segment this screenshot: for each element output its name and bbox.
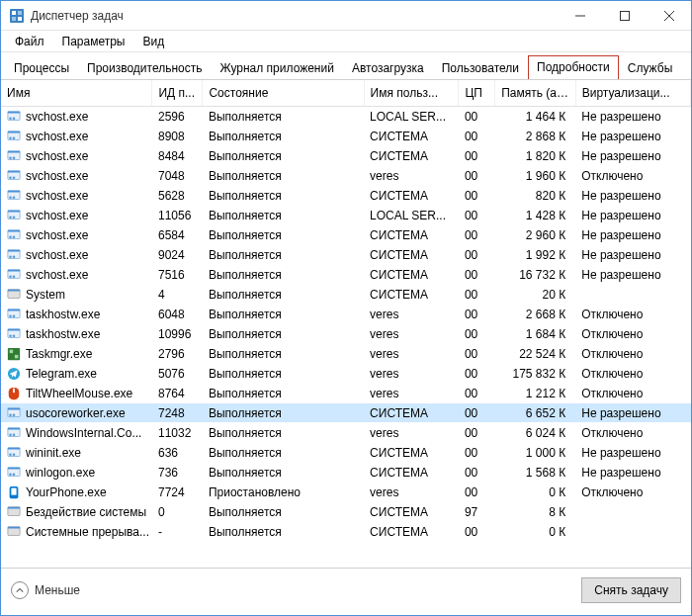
- cell-mem: 2 668 К: [495, 305, 576, 324]
- table-row[interactable]: svchost.exe8484ВыполняетсяСИСТЕМА001 820…: [1, 146, 691, 166]
- column-headers: Имя ИД п... Состояние Имя польз... ЦП Па…: [1, 80, 691, 107]
- cell-state: Выполняется: [203, 324, 364, 344]
- cell-mem: 1 820 К: [495, 146, 576, 166]
- table-row[interactable]: wininit.exe636ВыполняетсяСИСТЕМА001 000 …: [1, 443, 691, 463]
- cell-pid: 5628: [152, 186, 203, 206]
- process-icon: [7, 347, 21, 361]
- table-row[interactable]: Telegram.exe5076Выполняетсяveres00175 83…: [1, 364, 691, 384]
- svg-rect-6: [620, 12, 629, 21]
- table-row[interactable]: WindowsInternal.Co...11032Выполняетсяver…: [1, 423, 691, 443]
- col-mem[interactable]: Память (ак...: [495, 80, 576, 107]
- svg-point-20: [13, 156, 16, 159]
- process-name: wininit.exe: [26, 446, 81, 460]
- cell-state: Выполняется: [203, 463, 364, 483]
- svg-rect-57: [15, 354, 19, 358]
- maximize-button[interactable]: [602, 1, 647, 31]
- svg-point-44: [13, 275, 16, 278]
- cell-cpu: 00: [459, 364, 495, 384]
- tab-performance[interactable]: Производительность: [78, 56, 211, 80]
- process-icon: [7, 327, 21, 341]
- table-row[interactable]: YourPhone.exe7724Приостановленоveres000 …: [1, 483, 691, 502]
- process-name: WindowsInternal.Co...: [26, 426, 141, 440]
- svg-rect-3: [12, 17, 16, 21]
- col-state[interactable]: Состояние: [203, 80, 364, 107]
- menu-view[interactable]: Вид: [134, 33, 172, 50]
- svg-point-16: [13, 136, 16, 139]
- cell-user: СИСТЕМА: [364, 285, 459, 305]
- cell-mem: 16 732 К: [495, 265, 576, 285]
- process-icon: [7, 308, 21, 321]
- table-row[interactable]: svchost.exe6584ВыполняетсяСИСТЕМА002 960…: [1, 225, 691, 245]
- col-pid[interactable]: ИД п...: [152, 80, 203, 107]
- cell-mem: 1 960 К: [495, 166, 576, 186]
- cell-mem: 2 960 К: [495, 225, 576, 245]
- col-name[interactable]: Имя: [1, 80, 152, 107]
- table-row[interactable]: winlogon.exe736ВыполняетсяСИСТЕМА001 568…: [1, 463, 691, 483]
- tab-startup[interactable]: Автозагрузка: [343, 56, 433, 80]
- svg-rect-74: [8, 467, 20, 469]
- svg-point-35: [9, 235, 12, 238]
- cell-cpu: 97: [459, 502, 495, 522]
- table-row[interactable]: svchost.exe11056ВыполняетсяLOCAL SER...0…: [1, 206, 691, 225]
- table-row[interactable]: usocoreworker.exe7248ВыполняетсяСИСТЕМА0…: [1, 403, 691, 423]
- cell-cpu: 00: [459, 285, 495, 305]
- table-row[interactable]: svchost.exe7048Выполняетсяveres001 960 К…: [1, 166, 691, 186]
- end-task-button[interactable]: Снять задачу: [581, 577, 681, 603]
- svg-point-63: [9, 413, 12, 416]
- process-name: svchost.exe: [26, 209, 88, 222]
- menu-options[interactable]: Параметры: [54, 33, 133, 50]
- svg-rect-60: [13, 388, 15, 392]
- table-row[interactable]: svchost.exe5628ВыполняетсяСИСТЕМА00820 К…: [1, 186, 691, 206]
- cell-mem: 1 000 К: [495, 443, 576, 463]
- col-cpu[interactable]: ЦП: [459, 80, 495, 107]
- table-row[interactable]: System4ВыполняетсяСИСТЕМА0020 К: [1, 285, 691, 305]
- cell-virt: Отключено: [575, 384, 690, 403]
- tab-app-history[interactable]: Журнал приложений: [212, 56, 343, 80]
- table-row[interactable]: TiltWheelMouse.exe8764Выполняетсяveres00…: [1, 384, 691, 403]
- svg-point-53: [9, 334, 12, 337]
- table-row[interactable]: svchost.exe9024ВыполняетсяСИСТЕМА001 992…: [1, 245, 691, 265]
- tab-processes[interactable]: Процессы: [5, 56, 78, 80]
- svg-rect-80: [8, 506, 20, 508]
- cell-state: Выполняется: [203, 423, 364, 443]
- table-row[interactable]: Бездействие системы0ВыполняетсяСИСТЕМА97…: [1, 502, 691, 522]
- cell-cpu: 00: [459, 166, 495, 186]
- table-row[interactable]: Taskmgr.exe2796Выполняетсяveres0022 524 …: [1, 344, 691, 364]
- tab-services[interactable]: Службы: [619, 56, 681, 80]
- svg-point-68: [13, 433, 16, 436]
- table-row[interactable]: taskhostw.exe10996Выполняетсяveres001 68…: [1, 324, 691, 344]
- process-name: Системные прерыва...: [26, 525, 149, 539]
- minimize-button[interactable]: [558, 1, 602, 31]
- process-icon: [7, 466, 21, 480]
- cell-cpu: 00: [459, 423, 495, 443]
- cell-user: veres: [364, 344, 459, 364]
- fewer-details-button[interactable]: Меньше: [11, 581, 80, 599]
- svg-point-72: [13, 453, 16, 456]
- cell-mem: 6 024 К: [495, 423, 576, 443]
- table-row[interactable]: svchost.exe2596ВыполняетсяLOCAL SER...00…: [1, 107, 691, 127]
- col-virt[interactable]: Виртуализаци...: [575, 80, 690, 107]
- svg-rect-52: [8, 328, 20, 330]
- table-row[interactable]: svchost.exe7516ВыполняетсяСИСТЕМА0016 73…: [1, 265, 691, 285]
- table-row[interactable]: taskhostw.exe6048Выполняетсяveres002 668…: [1, 305, 691, 324]
- cell-virt: [575, 285, 690, 305]
- process-name: svchost.exe: [26, 248, 88, 262]
- cell-user: СИСТЕМА: [364, 502, 459, 522]
- cell-mem: 820 К: [495, 186, 576, 206]
- process-name: taskhostw.exe: [26, 308, 100, 321]
- tab-users[interactable]: Пользователи: [433, 56, 528, 80]
- cell-mem: 1 212 К: [495, 384, 576, 403]
- col-user[interactable]: Имя польз...: [364, 80, 459, 107]
- close-button[interactable]: [647, 1, 691, 31]
- cell-cpu: 00: [459, 463, 495, 483]
- table-row[interactable]: svchost.exe8908ВыполняетсяСИСТЕМА002 868…: [1, 127, 691, 146]
- svg-point-71: [9, 453, 12, 456]
- svg-rect-78: [11, 487, 16, 494]
- cell-virt: Не разрешено: [575, 463, 690, 483]
- svg-rect-26: [8, 190, 20, 192]
- menu-file[interactable]: Файл: [7, 33, 52, 50]
- table-row[interactable]: Системные прерыва...-ВыполняетсяСИСТЕМА0…: [1, 522, 691, 542]
- tab-details[interactable]: Подробности: [528, 55, 619, 80]
- footer: Меньше Снять задачу: [1, 569, 691, 612]
- cell-pid: 7724: [152, 483, 203, 502]
